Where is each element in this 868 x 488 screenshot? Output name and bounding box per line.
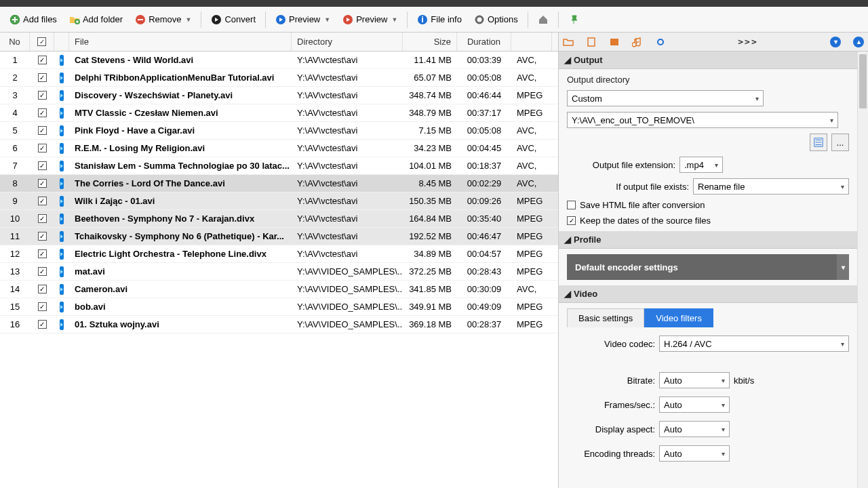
row-checkbox[interactable]: ✓: [30, 52, 54, 68]
file-list-body[interactable]: 1✓Cat Stevens - Wild World.aviY:\AV\vcte…: [0, 52, 558, 488]
info-round-icon[interactable]: ▾: [830, 37, 841, 47]
file-info-button[interactable]: i File info: [412, 12, 467, 28]
row-checkbox[interactable]: ✓: [30, 140, 54, 157]
video-section-title: Video: [574, 289, 597, 299]
save-html-checkbox[interactable]: Save HTML file after conversion: [567, 200, 849, 210]
row-directory: Y:\AV\vctest\avi: [292, 87, 403, 104]
row-checkbox[interactable]: ✓: [30, 281, 54, 298]
file-type-icon: [54, 263, 69, 280]
gear-icon: [474, 14, 485, 25]
output-dir-mode-select[interactable]: Custom: [567, 90, 764, 106]
row-filename: The Corries - Lord Of The Dance.avi: [69, 175, 292, 192]
collapse-icon: ◢: [564, 55, 571, 65]
table-row[interactable]: 1✓Cat Stevens - Wild World.aviY:\AV\vcte…: [0, 52, 558, 69]
table-row[interactable]: 2✓Delphi TRibbonApplicationMenuBar Tutor…: [0, 69, 558, 87]
collapse-round-icon[interactable]: ▴: [853, 37, 864, 47]
add-folder-button[interactable]: Add folder: [64, 12, 128, 28]
row-checkbox[interactable]: ✓: [30, 87, 54, 104]
row-checkbox[interactable]: ✓: [30, 192, 54, 209]
row-checkbox[interactable]: ✓: [30, 104, 54, 121]
pin-button[interactable]: [563, 12, 585, 28]
row-checkbox[interactable]: ✓: [30, 263, 54, 280]
row-checkbox[interactable]: ✓: [30, 175, 54, 192]
row-checkbox[interactable]: ✓: [30, 228, 54, 245]
fps-label: Frames/sec.:: [567, 400, 655, 410]
table-row[interactable]: 4✓MTV Classic - Czesław Niemen.aviY:\AV\…: [0, 104, 558, 122]
settings-tab-icon[interactable]: [655, 37, 666, 47]
add-files-button[interactable]: Add files: [4, 12, 62, 28]
row-checkbox[interactable]: ✓: [30, 298, 54, 315]
row-codec: MPEG: [511, 87, 552, 104]
row-codec: MPEG: [511, 228, 552, 245]
bitrate-unit: kbit/s: [734, 375, 754, 386]
row-codec: MPEG: [511, 298, 552, 315]
row-checkbox[interactable]: ✓: [30, 157, 54, 174]
table-row[interactable]: 7✓Stanisław Lem - Summa Technologiae po …: [0, 157, 558, 175]
checkbox-unchecked-icon: [567, 201, 576, 209]
header-duration[interactable]: Duration: [457, 33, 511, 51]
row-duration: 00:18:37: [457, 157, 511, 174]
aspect-select[interactable]: Auto: [659, 421, 730, 437]
table-row[interactable]: 5✓Pink Floyd - Have a Cigar.aviY:\AV\vct…: [0, 122, 558, 140]
table-row[interactable]: 10✓Beethoven - Symphony No 7 - Karajan.d…: [0, 210, 558, 228]
separator: [528, 12, 528, 28]
table-row[interactable]: 15✓bob.aviY:\AV\VIDEO_SAMPLES\...349.91 …: [0, 298, 558, 316]
table-row[interactable]: 11✓Tchaikovsky - Symphony No 6 (Pathetiq…: [0, 228, 558, 245]
options-button[interactable]: Options: [469, 12, 524, 28]
row-filename: Tchaikovsky - Symphony No 6 (Pathetique)…: [69, 228, 292, 245]
row-checkbox[interactable]: ✓: [30, 122, 54, 139]
header-no[interactable]: No: [0, 33, 30, 51]
tab-video-filters[interactable]: Video filters: [644, 308, 713, 327]
header-size[interactable]: Size: [403, 33, 457, 51]
threads-select[interactable]: Auto: [659, 445, 730, 462]
header-check-all[interactable]: ✓: [30, 33, 54, 51]
browse-list-button[interactable]: [810, 134, 827, 151]
row-checkbox[interactable]: ✓: [30, 69, 54, 86]
remove-button[interactable]: Remove ▼: [130, 12, 197, 28]
scrollbar-thumb[interactable]: [859, 54, 867, 108]
profile-section-header[interactable]: ◢ Profile: [559, 231, 868, 249]
table-row[interactable]: 8✓The Corries - Lord Of The Dance.aviY:\…: [0, 175, 558, 192]
output-ext-select[interactable]: .mp4: [679, 157, 723, 173]
output-section-header[interactable]: ◢ Output: [559, 52, 868, 69]
browse-button[interactable]: ...: [831, 134, 849, 151]
preview-1-button[interactable]: Preview ▼: [270, 12, 336, 28]
table-row[interactable]: 16✓01. Sztuka wojny.aviY:\AV\VIDEO_SAMPL…: [0, 316, 558, 333]
audio-tab-icon[interactable]: [632, 37, 643, 47]
video-codec-select[interactable]: H.264 / AVC: [659, 336, 849, 352]
table-row[interactable]: 3✓Discovery - Wszechświat - Planety.aviY…: [0, 87, 558, 104]
output-exists-select[interactable]: Rename file: [693, 178, 849, 195]
row-directory: Y:\AV\vctest\avi: [292, 192, 403, 209]
home-icon: [538, 14, 549, 25]
header-directory[interactable]: Directory: [292, 33, 403, 51]
header-file[interactable]: File: [69, 33, 292, 51]
folder-tab-icon[interactable]: [563, 37, 574, 47]
preview-2-button[interactable]: Preview ▼: [337, 12, 403, 28]
table-row[interactable]: 12✓Electric Light Orchestra - Telephone …: [0, 245, 558, 263]
output-dir-path-input[interactable]: Y:\AV\_enc_out_TO_REMOVE\: [567, 112, 838, 128]
header-codec[interactable]: [511, 33, 552, 51]
home-button[interactable]: [532, 12, 554, 28]
table-row[interactable]: 6✓R.E.M. - Losing My Religion.aviY:\AV\v…: [0, 140, 558, 157]
table-row[interactable]: 9✓Wilk i Zając - 01.aviY:\AV\vctest\avi1…: [0, 192, 558, 210]
preview-icon: [275, 14, 286, 25]
scrollbar[interactable]: [857, 52, 868, 488]
fps-select[interactable]: Auto: [659, 396, 730, 413]
document-tab-icon[interactable]: [586, 37, 597, 47]
bitrate-select[interactable]: Auto: [659, 372, 730, 388]
row-checkbox[interactable]: ✓: [30, 316, 54, 333]
video-section-header[interactable]: ◢ Video: [559, 285, 868, 303]
tab-basic-settings[interactable]: Basic settings: [567, 308, 644, 327]
row-checkbox[interactable]: ✓: [30, 210, 54, 227]
convert-button[interactable]: Convert: [205, 12, 261, 28]
expand-button[interactable]: >>>: [738, 37, 757, 47]
row-checkbox[interactable]: ✓: [30, 245, 54, 262]
row-filename: R.E.M. - Losing My Religion.avi: [69, 140, 292, 157]
keep-dates-checkbox[interactable]: ✓ Keep the dates of the source files: [567, 216, 849, 226]
row-codec: MPEG: [511, 245, 552, 262]
video-tab-icon[interactable]: [609, 37, 620, 47]
row-no: 6: [0, 140, 30, 157]
table-row[interactable]: 13✓mat.aviY:\AV\VIDEO_SAMPLES\...372.25 …: [0, 263, 558, 281]
profile-select[interactable]: Default encoder settings: [567, 254, 849, 280]
table-row[interactable]: 14✓Cameron.aviY:\AV\VIDEO_SAMPLES\...341…: [0, 281, 558, 298]
